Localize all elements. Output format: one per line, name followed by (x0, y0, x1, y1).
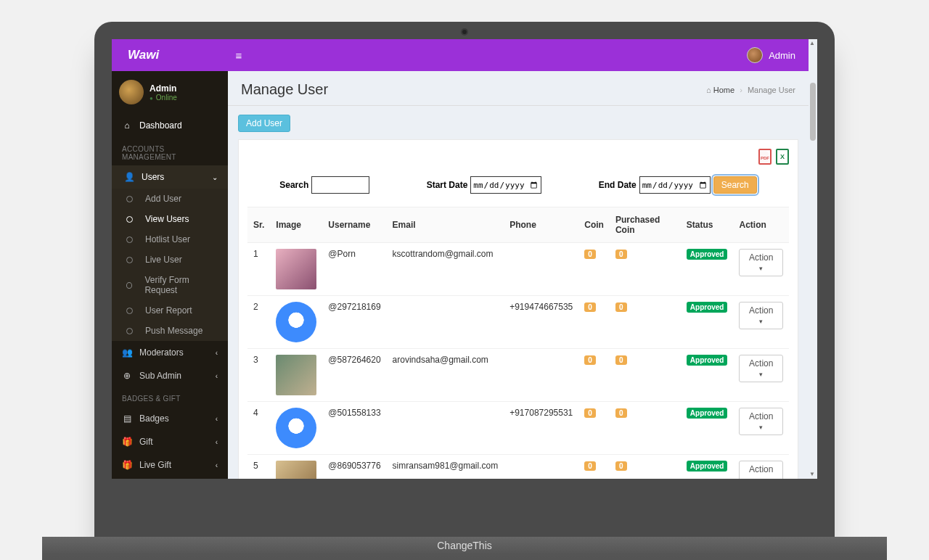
sidebar-sub-verify-form[interactable]: Verify Form Request (112, 270, 228, 300)
row-action-button[interactable]: Action (739, 302, 783, 329)
sidebar-item-gift[interactable]: 🎁 Gift ‹ (112, 430, 228, 453)
sidebar-sub-live-user[interactable]: Live User (112, 250, 228, 270)
coin-badge: 0 (584, 355, 596, 365)
cell-coin: 0 (578, 296, 610, 349)
topbar-username: Admin (769, 50, 795, 61)
sidebar-user-panel: Admin Online (112, 71, 228, 113)
circle-icon (126, 236, 133, 243)
row-action-button[interactable]: Action (739, 249, 783, 276)
col-username[interactable]: Username (322, 207, 386, 243)
sidebar-item-coins[interactable]: 🎁 Coins ‹ (112, 477, 228, 479)
user-image[interactable] (276, 461, 316, 479)
user-icon: 👤 (124, 172, 134, 182)
search-input[interactable] (311, 176, 369, 194)
cell-sr: 4 (247, 402, 270, 455)
users-box: PDF X Search Start Date (238, 139, 798, 479)
chevron-left-icon: ‹ (216, 415, 218, 423)
sidebar-sub-user-report[interactable]: User Report (112, 300, 228, 321)
search-button[interactable]: Search (713, 176, 757, 194)
circle-icon (126, 328, 133, 334)
col-image[interactable]: Image (270, 207, 322, 243)
user-image[interactable] (276, 355, 316, 395)
sidebar-item-label: Dashboard (139, 120, 182, 131)
purchased-badge: 0 (615, 355, 627, 365)
cell-coin: 0 (578, 455, 610, 479)
row-action-button[interactable]: Action (739, 355, 783, 382)
sidebar-sub-add-user[interactable]: Add User (112, 189, 228, 209)
col-phone[interactable]: Phone (504, 207, 578, 243)
content: Manage User ⌂ Home › Manage User Add Use… (228, 71, 809, 479)
add-user-button[interactable]: Add User (238, 115, 290, 132)
sidebar-sub-push-message[interactable]: Push Message (112, 321, 228, 341)
sidebar-sub-label: User Report (145, 305, 192, 316)
coin-badge: 0 (584, 302, 596, 312)
col-coin[interactable]: Coin (578, 207, 610, 243)
topbar: Wawi ≡ Admin (112, 39, 809, 71)
brand-logo[interactable]: Wawi (112, 48, 228, 62)
breadcrumb-home[interactable]: Home (713, 86, 734, 94)
table-row: 3@587264620arovindsaha@gmail.com00Approv… (247, 349, 789, 402)
sidebar-item-moderators[interactable]: 👥 Moderators ‹ (112, 341, 228, 364)
cell-action: Action (733, 402, 789, 455)
sidebar-sub-view-users[interactable]: View Users (112, 209, 228, 229)
cell-email (387, 402, 504, 455)
sidebar-item-livegift[interactable]: 🎁 Live Gift ‹ (112, 453, 228, 477)
col-sr[interactable]: Sr. (247, 207, 270, 243)
hamburger-icon[interactable]: ≡ (228, 49, 250, 62)
user-image[interactable] (276, 249, 316, 289)
laptop-base-label: ChangeThis (437, 540, 492, 551)
cell-phone: +917087295531 (504, 402, 578, 455)
purchased-badge: 0 (615, 250, 627, 259)
chevron-left-icon: ‹ (216, 349, 218, 357)
row-action-button[interactable]: Action (739, 408, 783, 435)
scroll-arrow-down[interactable]: ▼ (809, 471, 816, 478)
page-title: Manage User (241, 81, 328, 98)
start-date-input[interactable] (470, 176, 541, 194)
users-table: Sr. Image Username Email Phone Coin Purc… (247, 207, 789, 479)
sidebar-item-subadmin[interactable]: ⊕ Sub Admin ‹ (112, 364, 228, 387)
user-image[interactable] (276, 408, 316, 448)
scroll-arrow-up[interactable]: ▲ (809, 40, 816, 47)
row-action-button[interactable]: Action (739, 461, 783, 479)
content-header: Manage User ⌂ Home › Manage User (228, 71, 809, 106)
table-row: 4@501558133+91708729553100ApprovedAction (247, 402, 789, 455)
cell-sr: 3 (247, 349, 270, 402)
status-badge: Approved (687, 408, 728, 419)
cell-phone (504, 349, 578, 402)
export-pdf-button[interactable]: PDF (758, 149, 772, 165)
col-status[interactable]: Status (681, 207, 734, 243)
table-row: 1@Pornkscottrandom@gmail.com00ApprovedAc… (247, 243, 789, 296)
col-purchased[interactable]: Purchased Coin (610, 207, 681, 243)
app-screen: ▲ ▼ Wawi ≡ Admin Admin Online (112, 39, 817, 479)
cell-coin: 0 (578, 349, 610, 402)
cell-action: Action (733, 296, 789, 349)
circle-icon (126, 308, 133, 314)
cell-image (270, 243, 322, 296)
sidebar-sub-hotlist-user[interactable]: Hotlist User (112, 229, 228, 250)
cell-email: arovindsaha@gmail.com (387, 349, 504, 402)
sidebar-item-badges[interactable]: ▤ Badges ‹ (112, 407, 228, 430)
breadcrumb-sep: › (740, 86, 742, 94)
cell-phone: +919474667535 (504, 296, 578, 349)
col-action[interactable]: Action (733, 207, 789, 243)
gift-icon: 🎁 (122, 437, 132, 447)
sidebar-item-dashboard[interactable]: ⌂ Dashboard (112, 113, 228, 138)
user-image[interactable] (276, 302, 316, 342)
sidebar-item-label: Moderators (139, 347, 184, 358)
cell-status: Approved (681, 296, 734, 349)
end-date-input[interactable] (639, 176, 711, 194)
col-email[interactable]: Email (387, 207, 504, 243)
sidebar-item-users[interactable]: 👤 Users ⌄ (112, 165, 228, 189)
cell-username: @Porn (322, 243, 386, 296)
coin-badge: 0 (584, 461, 596, 471)
topbar-user[interactable]: Admin (747, 47, 809, 63)
sidebar: Admin Online ⌂ Dashboard ACCOUNTS MANAGE… (112, 71, 228, 479)
export-excel-button[interactable]: X (776, 149, 789, 165)
cell-sr: 5 (247, 455, 270, 479)
circle-icon (126, 282, 132, 289)
scrollbar-thumb[interactable] (810, 83, 816, 141)
cell-email (387, 296, 504, 349)
svg-text:PDF: PDF (761, 156, 769, 160)
sidebar-item-label: Sub Admin (139, 371, 181, 381)
cell-image (270, 349, 322, 402)
